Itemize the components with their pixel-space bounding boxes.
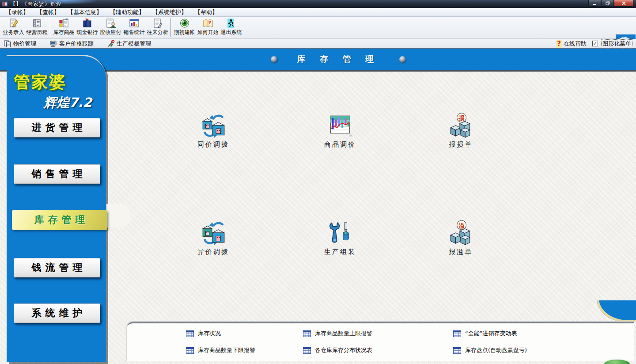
sidebar-item-purchase[interactable]: 进货管理: [14, 118, 100, 137]
close-button[interactable]: [614, 0, 633, 7]
subtoolbar-right: ? 在线帮助 ✓ 图形化菜单: [556, 39, 632, 48]
selected-tab-flare: [106, 204, 130, 228]
menu-bar: 【录帐】 【查帐】 【基本信息】 【辅助功能】 【系统维护】 【帮助】: [0, 8, 636, 17]
app-icon: [2, 1, 8, 7]
online-help-link[interactable]: ? 在线帮助: [556, 40, 587, 48]
report-omnipotent-change-table[interactable]: “全能”进销存变动表: [453, 330, 517, 337]
subtoolbar-production-template[interactable]: 生产模板管理: [107, 40, 151, 48]
main-toolbar: 业务录入 经营历程 库存商品: [0, 17, 636, 39]
business-entry-icon: [8, 18, 19, 29]
report-stocktaking[interactable]: 库存盘点(自动盘赢盘亏): [453, 346, 527, 354]
feature-label: 同价调拨: [185, 140, 242, 149]
overflow-report-icon: 溢: [448, 220, 473, 246]
graphical-menu-label[interactable]: 图形化菜单: [601, 39, 632, 48]
how-to-start-icon: ?: [202, 18, 214, 29]
same-price-transfer-icon: [201, 113, 226, 138]
toolbar-label: 库存商品: [52, 29, 76, 36]
graphical-menu-checkbox[interactable]: ✓: [592, 41, 598, 46]
toolbar-stock-goods[interactable]: 库存商品: [52, 18, 76, 36]
report-lower-limit-alarm[interactable]: 库存商品数量下限报警: [186, 346, 255, 354]
sphere-deco-icon: [399, 56, 406, 63]
subtoolbar-price-management[interactable]: 物价管理: [4, 40, 36, 48]
subtoolbar-customer-price-tracking[interactable]: 客户价格跟踪: [49, 40, 94, 48]
feature-diff-price-transfer[interactable]: 异价调拨: [185, 220, 242, 256]
toolbar-label: 现金银行: [76, 29, 99, 36]
toolbar-business-entry[interactable]: 业务录入: [2, 18, 25, 36]
menu-record[interactable]: 【录帐】: [2, 8, 33, 16]
price-management-icon: [4, 40, 11, 48]
svg-text:?: ?: [208, 20, 211, 26]
sidebar-item-inventory[interactable]: 库存管理: [12, 210, 107, 230]
help-question-icon: ?: [556, 40, 562, 48]
feature-label: 报溢单: [432, 248, 489, 256]
feature-loss-report[interactable]: 损 报损单: [432, 113, 489, 149]
feature-label: 报损单: [432, 140, 489, 149]
report-upper-limit-alarm[interactable]: 库存商品数量上限报警: [303, 330, 372, 337]
restore-icon: [606, 1, 610, 5]
overflow-badge-char: 溢: [458, 222, 465, 229]
table-report-icon: [453, 347, 461, 354]
toolbar-receivable-payable[interactable]: 应收应付: [99, 18, 122, 36]
sidebar-item-sales[interactable]: 销售管理: [14, 164, 100, 184]
toolbar-cash-bank[interactable]: 现金银行: [76, 18, 99, 36]
sidebar: 管家婆 辉煌7.2 进货管理 销售管理 库存管理 钱流管理 系统维护: [7, 55, 106, 362]
toolbar-label: 应收应付: [99, 29, 122, 36]
subtoolbar-label: 客户价格跟踪: [59, 40, 94, 48]
toolbar-sales-stats[interactable]: 销售统计: [122, 18, 146, 36]
toolbar-how-to-start[interactable]: ? 如何开始: [196, 18, 220, 36]
restore-button[interactable]: [601, 0, 614, 7]
toolbar-label: 往来分析: [146, 29, 169, 36]
stock-goods-icon: [58, 18, 70, 29]
brand-name: 管家婆: [14, 71, 102, 93]
feature-goods-price-adjust[interactable]: 商品调价: [311, 113, 369, 149]
menu-basic-info[interactable]: 【基本信息】: [64, 8, 106, 16]
menu-auxiliary[interactable]: 【辅助功能】: [106, 8, 148, 16]
table-report-icon: [303, 330, 311, 337]
minimize-button[interactable]: [588, 0, 601, 7]
table-report-icon: [453, 330, 461, 337]
menu-system-maintain[interactable]: 【系统维护】: [148, 8, 191, 16]
report-label: 各仓库库存分布状况表: [315, 346, 372, 354]
sphere-deco-icon: [271, 56, 277, 63]
reports-panel: 库存状况 库存商品数量上限报警 “全能”进销存变动表: [126, 322, 634, 361]
table-report-icon: [186, 330, 194, 337]
minimize-icon: [593, 1, 597, 5]
report-label: “全能”进销存变动表: [465, 330, 517, 337]
report-label: 库存商品数量上限报警: [315, 330, 372, 337]
sidebar-item-cashflow[interactable]: 钱流管理: [14, 258, 100, 277]
report-stock-status[interactable]: 库存状况: [186, 330, 221, 337]
feature-production-assembly[interactable]: 生产组装: [311, 220, 369, 256]
subtoolbar-label: 物价管理: [13, 40, 36, 48]
table-report-icon: [186, 347, 194, 354]
section-header-inner: 库 存 管 理: [271, 53, 406, 65]
toolbar-business-history[interactable]: 经营历程: [25, 18, 49, 36]
diff-price-transfer-icon: [201, 220, 226, 246]
contact-analysis-icon: [152, 18, 163, 29]
sidebar-item-system-maintain[interactable]: 系统维护: [14, 303, 100, 323]
toolbar-initial-account[interactable]: 期初建帐: [173, 18, 196, 36]
report-warehouse-distribution[interactable]: 各仓库库存分布状况表: [303, 346, 372, 354]
toolbar-label: 业务录入: [2, 29, 25, 36]
sales-stats-icon: [129, 18, 140, 29]
feature-overflow-report[interactable]: 溢 报溢单: [432, 220, 489, 256]
brand-version: 辉煌7.2: [14, 94, 102, 112]
feature-same-price-transfer[interactable]: 同价调拨: [185, 113, 242, 149]
online-help-label: 在线帮助: [564, 40, 587, 48]
application-window: 【】《管家婆》辉煌 【录帐】 【查帐】 【基本信息】 【辅助功能】 【系统维护】…: [0, 0, 636, 364]
toolbar-exit-system[interactable]: 退出系统: [220, 18, 243, 36]
corner-wedge-deco: [597, 300, 636, 322]
menu-help[interactable]: 【帮助】: [191, 8, 222, 16]
customer-price-tracking-icon: [49, 40, 57, 48]
loss-report-icon: 损: [448, 113, 473, 138]
toolbar-label: 退出系统: [220, 29, 243, 36]
feature-label: 异价调拨: [185, 248, 242, 256]
toolbar-label: 期初建帐: [173, 29, 196, 36]
brand-logo: 管家婆 辉煌7.2: [7, 56, 106, 112]
toolbar-label: 如何开始: [196, 29, 220, 36]
menu-query[interactable]: 【查帐】: [33, 8, 64, 16]
toolbar-separator: [50, 18, 51, 37]
toolbar-contact-analysis[interactable]: 往来分析: [146, 18, 169, 36]
toolbar-separator: [170, 18, 171, 37]
goods-price-adjust-icon: [327, 113, 353, 138]
business-history-icon: [31, 18, 43, 29]
